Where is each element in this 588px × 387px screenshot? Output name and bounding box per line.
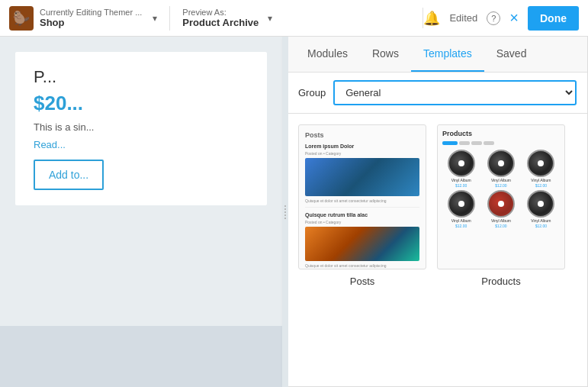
- product-price: $20...: [34, 92, 249, 115]
- product-disc-1: [448, 150, 475, 177]
- template-item-posts[interactable]: Posts Lorem ipsum Dolor Posted on • Cate…: [298, 124, 426, 376]
- drag-dot: [284, 211, 286, 213]
- templates-grid: Posts Lorem ipsum Dolor Posted on • Cate…: [288, 114, 587, 386]
- product-name-1: Vinyl Album: [451, 178, 471, 182]
- products-filter-bar: [442, 141, 560, 145]
- products-grid-mini: Vinyl Album $12.00 Vinyl Album $12.00 Vi…: [442, 150, 560, 228]
- filter-inactive-1: [459, 141, 470, 145]
- product-disc-2: [487, 150, 515, 177]
- product-disc-4: [448, 190, 475, 218]
- product-name-3: Vinyl Album: [531, 178, 551, 182]
- close-icon[interactable]: ×: [509, 9, 519, 27]
- product-price-3: $12.00: [535, 183, 547, 188]
- product-name-4: Vinyl Album: [451, 218, 471, 223]
- drag-dot: [284, 214, 286, 216]
- bottom-gray-area: [0, 326, 282, 387]
- tab-rows[interactable]: Rows: [360, 37, 411, 72]
- product-price-2: $12.00: [495, 183, 506, 188]
- panel-tabs: Modules Rows Templates Saved: [288, 37, 587, 73]
- product-card-2: Vinyl Album $12.00: [482, 150, 519, 188]
- page-content: P... $20... This is a sin... Read... Add…: [0, 37, 282, 387]
- products-thumb: Products Vinyl Album $12.00: [438, 125, 564, 233]
- preview-as-label: Preview As:: [182, 8, 259, 17]
- group-label: Group: [298, 87, 326, 98]
- product-name-5: Vinyl Album: [491, 218, 511, 223]
- template-thumbnail-posts: Posts Lorem ipsum Dolor Posted on • Cate…: [298, 124, 426, 269]
- products-header-text: Products: [442, 130, 560, 137]
- product-price-4: $12.00: [455, 224, 467, 228]
- preview-section: Preview As: Product Archive ▾: [170, 8, 423, 28]
- editor-text-group: Currently Editing Themer ... Shop: [40, 8, 142, 28]
- drag-dot: [284, 208, 286, 210]
- posts-thumb: Posts Lorem ipsum Dolor Posted on • Cate…: [299, 125, 426, 269]
- top-bar-actions: 🔔 Edited ? × Done: [423, 6, 579, 31]
- disc-center-6: [538, 201, 544, 207]
- product-card-6: Vinyl Album $12.00: [522, 190, 560, 228]
- product-name: P...: [34, 67, 249, 87]
- preview-chevron-icon[interactable]: ▾: [268, 13, 272, 24]
- editing-label: Currently Editing Themer ...: [40, 8, 142, 17]
- preview-text-group: Preview As: Product Archive: [182, 8, 259, 28]
- product-card-3: Vinyl Album $12.00: [522, 150, 560, 188]
- editor-info[interactable]: 🦫 Currently Editing Themer ... Shop ▾: [9, 6, 170, 31]
- disc-center-5: [498, 201, 504, 207]
- post-image-1: [305, 158, 419, 196]
- post-image-2: [305, 227, 419, 261]
- edited-status: Edited: [449, 12, 477, 24]
- filter-inactive-3: [484, 141, 494, 145]
- done-button[interactable]: Done: [528, 6, 579, 31]
- templates-panel: Modules Rows Templates Saved Group Gener…: [287, 37, 588, 387]
- product-disc-3: [527, 150, 554, 177]
- product-card-5: Vinyl Album $12.00: [482, 190, 519, 228]
- posts-header-text: Posts: [305, 131, 419, 139]
- product-price-5: $12.00: [495, 224, 506, 228]
- disc-center-1: [458, 160, 464, 166]
- group-filter: Group General WooCommerce Blog Portfolio: [288, 73, 587, 114]
- template-label-posts: Posts: [298, 276, 426, 287]
- product-name-2: Vinyl Album: [491, 178, 511, 182]
- tab-modules[interactable]: Modules: [295, 37, 360, 72]
- product-name-6: Vinyl Album: [531, 218, 551, 223]
- beaver-avatar: 🦫: [9, 6, 34, 31]
- template-thumbnail-products: Products Vinyl Album $12.00: [437, 124, 565, 269]
- post-card-1: Lorem ipsum Dolor Posted on • Category Q…: [305, 144, 419, 208]
- product-disc-5: [487, 190, 515, 218]
- product-disc-6: [527, 190, 554, 218]
- disc-center-3: [538, 160, 544, 166]
- preview-type-label: Product Archive: [182, 17, 259, 28]
- tab-saved[interactable]: Saved: [484, 37, 539, 72]
- post-excerpt-1: Quisque et dolor sit amet consectetur ad…: [305, 198, 419, 203]
- disc-center-4: [458, 201, 464, 207]
- post-meta-1: Posted on • Category: [305, 151, 419, 156]
- top-bar: 🦫 Currently Editing Themer ... Shop ▾ Pr…: [0, 0, 588, 37]
- help-icon[interactable]: ?: [487, 11, 500, 25]
- product-description: This is a sin...: [34, 121, 249, 133]
- tab-templates[interactable]: Templates: [411, 37, 484, 72]
- filter-active: [442, 141, 458, 145]
- editor-chevron-icon[interactable]: ▾: [153, 13, 157, 24]
- drag-dot: [284, 205, 286, 207]
- filter-inactive-2: [471, 141, 482, 145]
- product-card-4: Vinyl Album $12.00: [442, 190, 480, 228]
- product-card-1: Vinyl Album $12.00: [442, 150, 480, 188]
- read-more-link[interactable]: Read...: [34, 139, 249, 150]
- template-item-products[interactable]: Products Vinyl Album $12.00: [437, 124, 565, 376]
- product-preview-area: P... $20... This is a sin... Read... Add…: [15, 52, 267, 205]
- product-price-6: $12.00: [535, 224, 547, 228]
- post-title-2: Quisque rutrum tilla alac: [305, 212, 419, 218]
- add-to-cart-button[interactable]: Add to...: [34, 160, 104, 190]
- disc-center-2: [498, 160, 504, 166]
- post-meta-2: Posted on • Category: [305, 220, 419, 224]
- product-price-1: $12.00: [455, 183, 467, 188]
- group-select[interactable]: General WooCommerce Blog Portfolio: [333, 80, 577, 105]
- post-title-1: Lorem ipsum Dolor: [305, 144, 419, 149]
- panel-drag-handle[interactable]: [282, 37, 288, 387]
- shop-label: Shop: [40, 17, 142, 28]
- drag-dot: [284, 218, 286, 219]
- post-card-2: Quisque rutrum tilla alac Posted on • Ca…: [305, 212, 419, 269]
- template-label-products: Products: [437, 276, 565, 287]
- bell-icon[interactable]: 🔔: [423, 10, 440, 27]
- post-excerpt-2: Quisque et dolor sit amet consectetur ad…: [305, 263, 419, 268]
